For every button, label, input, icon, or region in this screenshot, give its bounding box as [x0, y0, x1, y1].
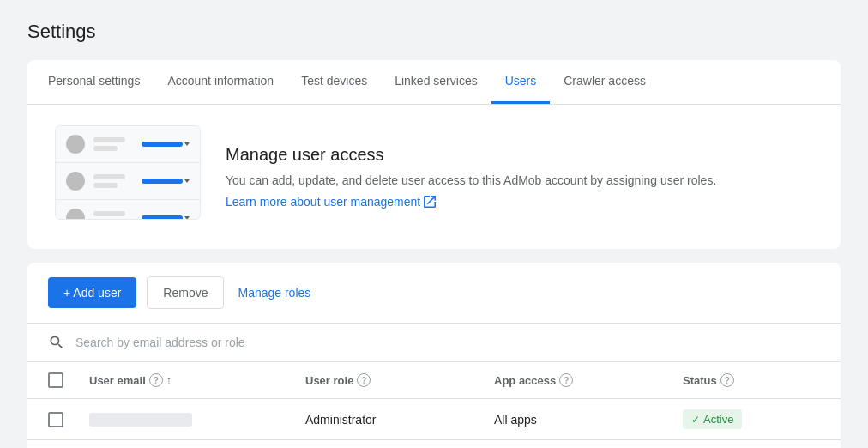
row-1-checkbox[interactable]: [48, 412, 63, 427]
email-info-icon[interactable]: ?: [149, 373, 163, 387]
banner-heading: Manage user access: [226, 145, 716, 165]
col-header-access: App access: [494, 374, 556, 387]
page-title: Settings: [27, 21, 841, 43]
search-input[interactable]: [75, 336, 820, 349]
tab-personal-settings[interactable]: Personal settings: [34, 60, 154, 104]
banner-illustration: [55, 125, 205, 228]
role-info-icon[interactable]: ?: [357, 373, 371, 387]
col-header-email: User email: [89, 374, 146, 387]
email-sort-icon[interactable]: ↑: [166, 374, 172, 386]
row-1-access: All apps: [494, 413, 537, 427]
row-1-status-checkmark: ✓: [691, 414, 700, 426]
manage-roles-button[interactable]: Manage roles: [234, 277, 314, 308]
banner-section: Manage user access You can add, update, …: [27, 105, 841, 249]
add-user-button[interactable]: + Add user: [48, 277, 136, 308]
external-link-icon: [424, 196, 436, 208]
learn-more-label: Learn more about user management: [226, 195, 420, 209]
tab-linked-services[interactable]: Linked services: [381, 60, 491, 104]
row-1-role: Administrator: [305, 413, 376, 427]
tab-test-devices[interactable]: Test devices: [287, 60, 381, 104]
table-header: User email ? ↑ User role ? App access ? …: [27, 362, 841, 399]
col-header-status: Status: [683, 374, 717, 387]
tab-users[interactable]: Users: [491, 60, 551, 104]
select-all-checkbox[interactable]: [48, 372, 63, 388]
table-row: Administrator All apps ✓ Active: [27, 399, 841, 440]
tab-account-information[interactable]: Account information: [154, 60, 287, 104]
row-1-status-badge: ✓ Active: [683, 409, 742, 429]
col-header-role: User role: [305, 374, 353, 387]
tab-crawler-access[interactable]: Crawler access: [550, 60, 660, 104]
access-info-icon[interactable]: ?: [559, 373, 573, 387]
settings-card: Personal settings Account information Te…: [27, 60, 841, 249]
status-info-icon[interactable]: ?: [720, 373, 734, 387]
search-bar: [27, 324, 841, 362]
learn-more-link[interactable]: Learn more about user management: [226, 195, 436, 209]
toolbar: + Add user Remove Manage roles: [27, 263, 841, 324]
row-1-status-label: Active: [703, 413, 733, 426]
table-row: Manager All apps ✓ Active: [27, 440, 841, 448]
banner-text: Manage user access You can add, update, …: [226, 145, 716, 209]
banner-description: You can add, update, and delete user acc…: [226, 172, 716, 190]
tabs-bar: Personal settings Account information Te…: [27, 60, 841, 105]
users-card: + Add user Remove Manage roles User emai…: [27, 263, 841, 448]
remove-button[interactable]: Remove: [147, 276, 224, 309]
search-icon: [48, 334, 65, 351]
row-1-email-placeholder: [89, 413, 192, 427]
